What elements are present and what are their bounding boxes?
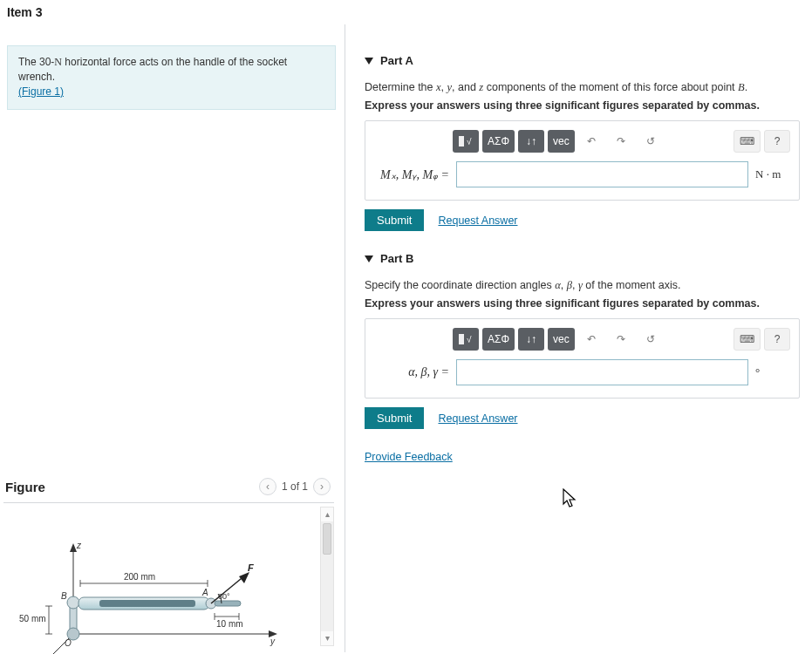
figure-link[interactable]: (Figure 1) bbox=[18, 85, 64, 98]
undo-button[interactable]: ↶ bbox=[578, 328, 604, 351]
disclosure-triangle-icon bbox=[365, 255, 373, 262]
help-button[interactable]: ? bbox=[764, 328, 790, 351]
dim-10-label: 10 mm bbox=[216, 619, 243, 629]
svg-rect-24 bbox=[459, 136, 464, 146]
axis-y-label: y bbox=[270, 637, 276, 646]
disclosure-triangle-icon bbox=[365, 58, 373, 65]
svg-point-8 bbox=[67, 596, 79, 609]
figure-pager-text: 1 of 1 bbox=[282, 480, 308, 493]
figure-heading: Figure bbox=[5, 480, 45, 494]
item-title: Item 3 bbox=[0, 0, 812, 24]
point-a-label: A bbox=[201, 588, 208, 597]
part-b-prompt: Specify the coordinate direction angles … bbox=[365, 279, 800, 292]
redo-button[interactable]: ↷ bbox=[608, 328, 634, 351]
part-a: Part A Determine the x, y, and z compone… bbox=[365, 54, 800, 231]
part-a-input[interactable] bbox=[456, 161, 748, 187]
figure-pager: ‹ 1 of 1 › bbox=[259, 478, 331, 495]
keyboard-button[interactable]: ⌨ bbox=[734, 130, 761, 153]
scroll-up-icon[interactable]: ▴ bbox=[321, 508, 333, 521]
templates-button[interactable]: √ bbox=[453, 328, 479, 351]
part-a-toolbar: √ ΑΣΦ ↓↑ vec ↶ ↷ ↺ ⌨ ? bbox=[453, 130, 790, 153]
scroll-down-icon[interactable]: ▾ bbox=[321, 631, 333, 645]
svg-text:√: √ bbox=[467, 137, 472, 146]
reset-button[interactable]: ↺ bbox=[638, 130, 664, 153]
dim-50-label: 50 mm bbox=[19, 614, 46, 623]
svg-rect-26 bbox=[459, 334, 464, 344]
provide-feedback-link[interactable]: Provide Feedback bbox=[365, 451, 453, 463]
statement-prefix: The 30- bbox=[18, 56, 54, 68]
part-a-title: Part A bbox=[380, 54, 413, 67]
part-b-header[interactable]: Part B bbox=[365, 252, 800, 265]
part-b-instruction: Express your answers using three signifi… bbox=[365, 297, 800, 310]
part-b-request-answer-link[interactable]: Request Answer bbox=[438, 412, 517, 425]
part-a-submit-button[interactable]: Submit bbox=[365, 209, 424, 231]
svg-marker-14 bbox=[239, 572, 249, 583]
undo-button[interactable]: ↶ bbox=[578, 130, 604, 153]
templates-button[interactable]: √ bbox=[453, 130, 479, 153]
figure-prev-button[interactable]: ‹ bbox=[259, 478, 276, 495]
part-a-unit: N · m bbox=[755, 167, 790, 181]
part-a-instruction: Express your answers using three signifi… bbox=[365, 99, 800, 112]
figure-scrollbar[interactable]: ▴ ▾ bbox=[320, 507, 334, 646]
part-b-title: Part B bbox=[380, 252, 413, 265]
part-b-lhs: α, β, γ = bbox=[374, 365, 449, 379]
part-a-prompt: Determine the x, y, and z components of … bbox=[365, 81, 800, 94]
part-a-request-answer-link[interactable]: Request Answer bbox=[438, 215, 517, 227]
part-b-answer-box: √ ΑΣΦ ↓↑ vec ↶ ↷ ↺ ⌨ ? α, β, γ = bbox=[365, 318, 800, 399]
angle-label: 60° bbox=[218, 592, 230, 601]
help-button[interactable]: ? bbox=[764, 130, 790, 153]
figure-panel: ▴ ▾ bbox=[3, 502, 334, 652]
figure-next-button[interactable]: › bbox=[313, 478, 331, 495]
vec-button[interactable]: vec bbox=[548, 130, 575, 153]
part-a-lhs: Mₓ, Mᵧ, Mᵩ = bbox=[374, 167, 449, 182]
keyboard-button[interactable]: ⌨ bbox=[734, 328, 761, 351]
greek-button[interactable]: ΑΣΦ bbox=[482, 130, 515, 153]
svg-marker-1 bbox=[70, 543, 77, 552]
svg-text:√: √ bbox=[467, 335, 472, 344]
point-b-label: B bbox=[61, 591, 67, 601]
redo-button[interactable]: ↷ bbox=[608, 130, 634, 153]
problem-statement: The 30-N horizontal force acts on the ha… bbox=[7, 45, 336, 110]
part-b-submit-button[interactable]: Submit bbox=[365, 407, 424, 429]
vec-button[interactable]: vec bbox=[548, 328, 575, 351]
reset-button[interactable]: ↺ bbox=[638, 328, 664, 351]
greek-button[interactable]: ΑΣΦ bbox=[482, 328, 515, 351]
part-b-unit: ° bbox=[755, 365, 790, 379]
figure-canvas: z y x B A F O 200 mm 10 mm 50 mm 60° bbox=[12, 529, 291, 654]
part-a-answer-box: √ ΑΣΦ ↓↑ vec ↶ ↷ ↺ ⌨ ? Mₓ, Mᵧ, Mᵩ = bbox=[365, 120, 800, 201]
scroll-thumb[interactable] bbox=[323, 523, 331, 555]
svg-rect-10 bbox=[99, 600, 195, 607]
part-b-input[interactable] bbox=[456, 359, 748, 385]
part-a-header[interactable]: Part A bbox=[365, 54, 800, 67]
unit-n: N bbox=[54, 56, 62, 68]
axis-z-label: z bbox=[76, 541, 82, 550]
part-b: Part B Specify the coordinate direction … bbox=[365, 252, 800, 429]
sub-sup-button[interactable]: ↓↑ bbox=[518, 328, 544, 351]
point-o-label: O bbox=[65, 638, 72, 648]
dim-200-label: 200 mm bbox=[124, 572, 155, 582]
part-b-toolbar: √ ΑΣΦ ↓↑ vec ↶ ↷ ↺ ⌨ ? bbox=[453, 328, 790, 351]
force-f-label: F bbox=[248, 562, 254, 573]
svg-rect-12 bbox=[215, 601, 241, 606]
sub-sup-button[interactable]: ↓↑ bbox=[518, 130, 544, 153]
